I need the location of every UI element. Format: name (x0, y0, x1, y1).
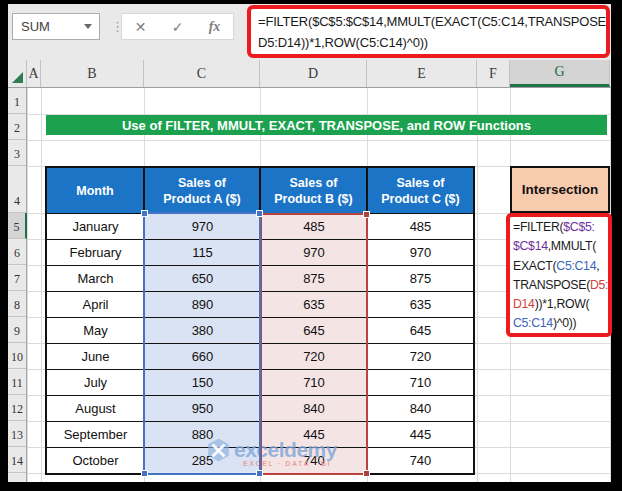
table-cell[interactable]: 115 (145, 239, 261, 265)
select-all-icon (12, 72, 23, 83)
table-cell[interactable]: May (47, 317, 145, 343)
table-cell[interactable]: June (47, 343, 145, 369)
table-cell[interactable]: 740 (261, 447, 368, 473)
row-header-2[interactable]: 2 (8, 114, 26, 140)
formula-line: TRANSPOSE(D5: (513, 276, 608, 295)
row-header-3[interactable]: 3 (8, 140, 26, 166)
table-cell[interactable]: 650 (145, 265, 261, 291)
column-header-C[interactable]: C (144, 60, 260, 87)
table-cell[interactable]: 380 (145, 317, 261, 343)
table-row: July 150 710 710 (47, 369, 473, 395)
table-cell[interactable]: 740 (368, 447, 473, 473)
table-row: April 890 635 635 (47, 291, 473, 317)
formula-line: $C$14,MMULT( (513, 237, 608, 256)
table-cell[interactable]: 635 (368, 291, 473, 317)
table-cell[interactable]: 445 (261, 421, 368, 447)
table-cell[interactable]: 635 (261, 291, 368, 317)
table-cell[interactable]: 880 (145, 421, 261, 447)
table-cell[interactable]: 710 (261, 369, 368, 395)
table-header-product-b[interactable]: Sales of Product B ($) (261, 168, 368, 213)
table-cell[interactable]: 970 (261, 239, 368, 265)
formula-buttons: ✕ ✓ fx (121, 13, 234, 40)
table-cell[interactable]: February (47, 239, 145, 265)
formula-bar-line2: D5:D14))*1,ROW(C5:C14)^0)) (258, 32, 606, 53)
row-header-14[interactable]: 14 (8, 447, 26, 473)
table-row: March 650 875 875 (47, 265, 473, 291)
table-cell[interactable]: 890 (145, 291, 261, 317)
column-header-strip: A B C D E F G (8, 60, 611, 88)
table-cell[interactable]: 445 (368, 421, 473, 447)
row-header-11[interactable]: 11 (8, 369, 26, 395)
table-cell[interactable]: 485 (261, 213, 368, 239)
table-cell[interactable]: January (47, 213, 145, 239)
table-cell[interactable]: 150 (145, 369, 261, 395)
row-header-5-selected[interactable]: 5 (8, 213, 27, 239)
table-cell[interactable]: 645 (261, 317, 368, 343)
table-cell[interactable]: 485 (368, 213, 473, 239)
table-header-product-a[interactable]: Sales of Product A ($) (145, 168, 261, 213)
excel-screenshot: SUM ⋮ ✕ ✓ fx =FILTER($C$5:$C$14,MMULT(EX… (0, 0, 622, 491)
formula-line: C5:C14)^0)) (513, 314, 608, 333)
formula-bar[interactable]: =FILTER($C$5:$C$14,MMULT(EXACT(C5:C14,TR… (247, 5, 610, 58)
formula-toolbar: SUM ⋮ ✕ ✓ fx =FILTER($C$5:$C$14,MMULT(EX… (8, 4, 611, 60)
table-cell[interactable]: 285 (145, 447, 261, 473)
table-cell[interactable]: 840 (368, 395, 473, 421)
row-header-8[interactable]: 8 (8, 291, 26, 317)
table-cell[interactable]: 970 (368, 239, 473, 265)
sheet-grid: 1 2 3 4 5 6 7 8 9 10 11 12 13 14 Use of … (8, 88, 611, 482)
table-cell[interactable]: August (47, 395, 145, 421)
table-row: September 880 445 445 (47, 421, 473, 447)
table-cell[interactable]: September (47, 421, 145, 447)
table-cell[interactable]: 645 (368, 317, 473, 343)
title-banner: Use of FILTER, MMULT, EXACT, TRANSPOSE, … (46, 115, 607, 135)
table-cell[interactable]: 710 (368, 369, 473, 395)
row-header-9[interactable]: 9 (8, 317, 26, 343)
row-header-10[interactable]: 10 (8, 343, 26, 369)
cancel-icon[interactable]: ✕ (135, 20, 147, 34)
name-box-dropdown-icon[interactable] (84, 24, 92, 29)
column-header-G-selected[interactable]: G (510, 60, 610, 87)
row-header-1[interactable]: 1 (8, 88, 26, 114)
table-cell[interactable]: 875 (261, 265, 368, 291)
name-box[interactable]: SUM (12, 13, 100, 40)
table-cell[interactable]: 720 (261, 343, 368, 369)
row-header-4[interactable]: 4 (8, 166, 26, 213)
table-cell[interactable]: 840 (261, 395, 368, 421)
sales-table: Month Sales of Product A ($) Sales of Pr… (45, 166, 475, 475)
table-cell[interactable]: 720 (368, 343, 473, 369)
intersection-header-cell[interactable]: Intersection (510, 166, 610, 213)
row-header-7[interactable]: 7 (8, 265, 26, 291)
table-cell[interactable]: 660 (145, 343, 261, 369)
insert-function-icon[interactable]: fx (209, 19, 221, 35)
select-all-button[interactable] (8, 60, 27, 87)
table-cell[interactable]: 970 (145, 213, 261, 239)
column-header-E[interactable]: E (367, 60, 477, 87)
table-cell[interactable]: October (47, 447, 145, 473)
column-header-B[interactable]: B (41, 60, 144, 87)
column-header-D[interactable]: D (260, 60, 367, 87)
formula-line: D14))*1,ROW( (513, 295, 608, 314)
table-header-month[interactable]: Month (47, 168, 145, 213)
table-row: January 970 485 485 (47, 213, 473, 239)
formula-line: EXACT(C5:C14, (513, 257, 608, 276)
table-cell[interactable]: 875 (368, 265, 473, 291)
table-header-row: Month Sales of Product A ($) Sales of Pr… (47, 168, 473, 213)
table-row: May 380 645 645 (47, 317, 473, 343)
row-header-strip: 1 2 3 4 5 6 7 8 9 10 11 12 13 14 (8, 88, 27, 482)
table-cell[interactable]: April (47, 291, 145, 317)
table-body: January 970 485 485 February 115 970 970… (47, 213, 473, 473)
formula-bar-line1: =FILTER($C$5:$C$14,MMULT(EXACT(C5:C14,TR… (258, 11, 606, 32)
table-cell[interactable]: July (47, 369, 145, 395)
table-cell[interactable]: March (47, 265, 145, 291)
column-header-A[interactable]: A (27, 60, 41, 87)
column-header-F[interactable]: F (477, 60, 510, 87)
intersection-formula[interactable]: =FILTER($C$5:$C$14,MMULT(EXACT(C5:C14,TR… (506, 213, 612, 337)
table-row: August 950 840 840 (47, 395, 473, 421)
table-header-product-c[interactable]: Sales of Product C ($) (368, 168, 473, 213)
table-row: February 115 970 970 (47, 239, 473, 265)
table-cell[interactable]: 950 (145, 395, 261, 421)
row-header-12[interactable]: 12 (8, 395, 26, 421)
row-header-13[interactable]: 13 (8, 421, 26, 447)
row-header-6[interactable]: 6 (8, 239, 26, 265)
enter-icon[interactable]: ✓ (172, 20, 184, 34)
